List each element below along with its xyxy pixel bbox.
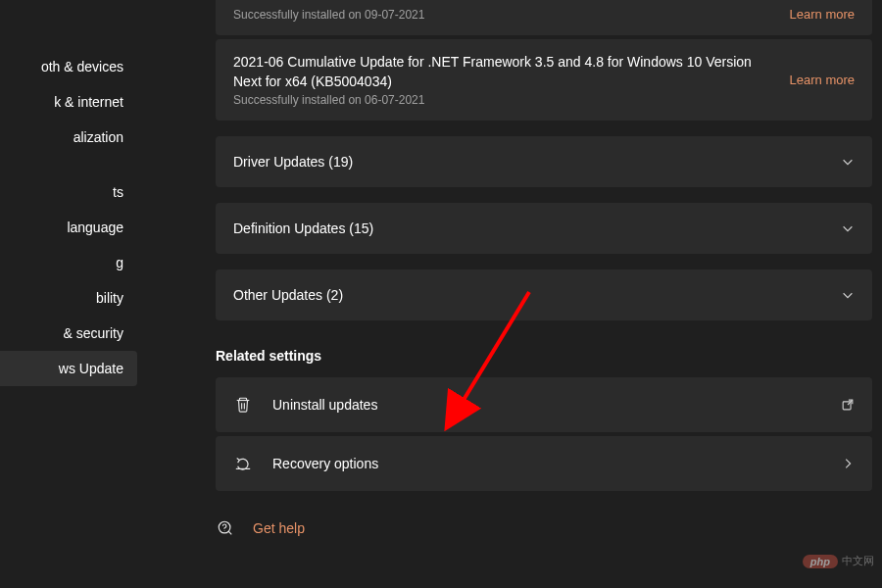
learn-more-link[interactable]: Learn more [790, 73, 855, 87]
link-label: Recovery options [272, 456, 821, 471]
sidebar-item-personalization[interactable]: alization [0, 120, 137, 155]
sidebar-item-privacy-security[interactable]: & security [0, 316, 137, 351]
open-external-icon [841, 398, 855, 412]
chevron-down-icon [841, 288, 855, 302]
update-history-item: Successfully installed on 09-07-2021 Lea… [216, 0, 872, 35]
get-help-link[interactable]: Get help [253, 520, 305, 536]
sidebar-item-gaming[interactable]: g [0, 245, 137, 280]
recovery-options-link[interactable]: Recovery options [216, 436, 872, 491]
settings-sidebar: oth & devices k & internet alization ts … [0, 0, 137, 588]
svg-point-6 [224, 530, 225, 531]
sidebar-item-time-language[interactable]: language [0, 210, 137, 245]
expander-label: Definition Updates (15) [233, 220, 373, 236]
update-status-text: Successfully installed on 06-07-2021 [233, 93, 774, 107]
main-content: Successfully installed on 09-07-2021 Lea… [137, 0, 882, 588]
other-updates-expander[interactable]: Other Updates (2) [216, 270, 872, 320]
chevron-down-icon [841, 155, 855, 169]
definition-updates-expander[interactable]: Definition Updates (15) [216, 203, 872, 254]
sidebar-item-accessibility[interactable]: bility [0, 280, 137, 316]
learn-more-link[interactable]: Learn more [790, 7, 855, 22]
chevron-right-icon [841, 457, 855, 470]
update-history-item: 2021-06 Cumulative Update for .NET Frame… [216, 39, 872, 121]
sidebar-item-network-internet[interactable]: k & internet [0, 84, 137, 120]
sidebar-item-accounts[interactable]: ts [0, 174, 137, 210]
update-status-text: Successfully installed on 09-07-2021 [233, 8, 774, 22]
watermark-text: 中文网 [842, 554, 874, 568]
sidebar-item-windows-update[interactable]: ws Update [0, 351, 137, 386]
uninstall-updates-link[interactable]: Uninstall updates [216, 377, 872, 432]
update-title-text: 2021-06 Cumulative Update for .NET Frame… [233, 53, 774, 91]
help-icon [216, 518, 235, 538]
link-label: Uninstall updates [272, 397, 821, 413]
watermark: php 中文网 [803, 554, 874, 568]
related-settings-heading: Related settings [216, 348, 872, 364]
chevron-down-icon [841, 221, 855, 235]
expander-label: Other Updates (2) [233, 287, 343, 303]
get-help-row[interactable]: Get help [216, 495, 872, 558]
recovery-icon [233, 454, 253, 473]
svg-line-3 [848, 400, 853, 405]
sidebar-item-bluetooth-devices[interactable]: oth & devices [0, 49, 137, 84]
driver-updates-expander[interactable]: Driver Updates (19) [216, 136, 872, 187]
watermark-badge: php [803, 555, 838, 568]
sidebar-item-apps[interactable] [0, 155, 137, 174]
trash-icon [233, 395, 253, 415]
expander-label: Driver Updates (19) [233, 154, 353, 170]
